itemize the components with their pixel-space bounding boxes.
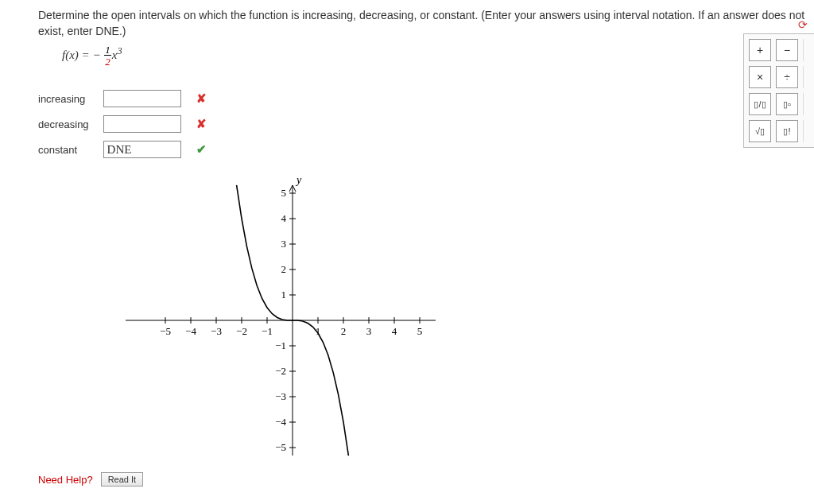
formula-exponent: 3 — [117, 46, 122, 57]
label-decreasing: decreasing — [38, 115, 103, 133]
svg-text:−5: −5 — [275, 441, 286, 453]
svg-text:−4: −4 — [275, 416, 286, 428]
read-it-button[interactable]: Read It — [101, 472, 143, 487]
svg-text:4: 4 — [281, 212, 287, 224]
answers-block: increasing ✘ decreasing ✘ constant ✔ — [38, 82, 208, 166]
svg-text:1: 1 — [281, 289, 287, 300]
input-constant[interactable] — [103, 141, 181, 158]
times-button[interactable]: × — [749, 66, 771, 88]
svg-text:−1: −1 — [275, 339, 286, 351]
divide-button[interactable]: ÷ — [776, 66, 798, 88]
fraction-numerator: 1 — [104, 45, 111, 56]
exponent-button[interactable]: ▯▫ — [776, 93, 798, 115]
svg-text:5: 5 — [281, 187, 287, 199]
svg-line-5 — [293, 185, 296, 192]
svg-text:4: 4 — [392, 325, 397, 337]
fraction-button[interactable]: ▯/▯ — [749, 93, 771, 115]
refresh-icon[interactable]: ⟳ — [798, 18, 809, 29]
svg-line-4 — [289, 185, 293, 192]
svg-text:−4: −4 — [185, 325, 196, 337]
svg-text:−3: −3 — [275, 390, 286, 402]
minus-button[interactable]: − — [776, 39, 798, 61]
y-axis-label: y — [295, 174, 302, 186]
input-increasing[interactable] — [103, 90, 181, 107]
label-constant: constant — [38, 141, 103, 158]
plus-button[interactable]: + — [749, 39, 771, 61]
formula-fraction: 1 2 — [104, 45, 111, 67]
svg-text:−2: −2 — [275, 365, 286, 377]
svg-text:2: 2 — [341, 325, 347, 337]
svg-text:3: 3 — [281, 238, 287, 250]
factorial-button[interactable]: ▯! — [776, 120, 798, 142]
fraction-denominator: 2 — [104, 56, 111, 67]
need-help-label: Need Help? — [38, 474, 93, 486]
svg-text:−3: −3 — [211, 325, 222, 337]
graph: y x −5−4−3−2−112345 −5−4−3−2−112345 — [102, 171, 814, 467]
status-constant: ✔ — [196, 142, 208, 157]
input-decreasing[interactable] — [103, 115, 181, 133]
graph-svg: y x −5−4−3−2−112345 −5−4−3−2−112345 — [102, 171, 436, 465]
svg-text:−5: −5 — [160, 325, 171, 337]
math-palette: ⟳ + − × ÷ ▯/▯ ▯▫ √▯ ▯! — [743, 33, 814, 148]
question-prompt: Determine the open intervals on which th… — [38, 8, 814, 39]
status-increasing: ✘ — [196, 91, 208, 106]
label-increasing: increasing — [38, 90, 103, 107]
svg-text:5: 5 — [417, 325, 423, 337]
sqrt-button[interactable]: √▯ — [749, 120, 771, 142]
svg-text:−1: −1 — [262, 325, 273, 337]
svg-text:2: 2 — [281, 263, 287, 275]
formula-lhs: f(x) = — [62, 49, 92, 62]
status-decreasing: ✘ — [196, 117, 208, 131]
function-formula: f(x) = − 1 2 x3 — [62, 45, 814, 68]
svg-text:3: 3 — [366, 325, 372, 337]
svg-text:−2: −2 — [236, 325, 247, 337]
